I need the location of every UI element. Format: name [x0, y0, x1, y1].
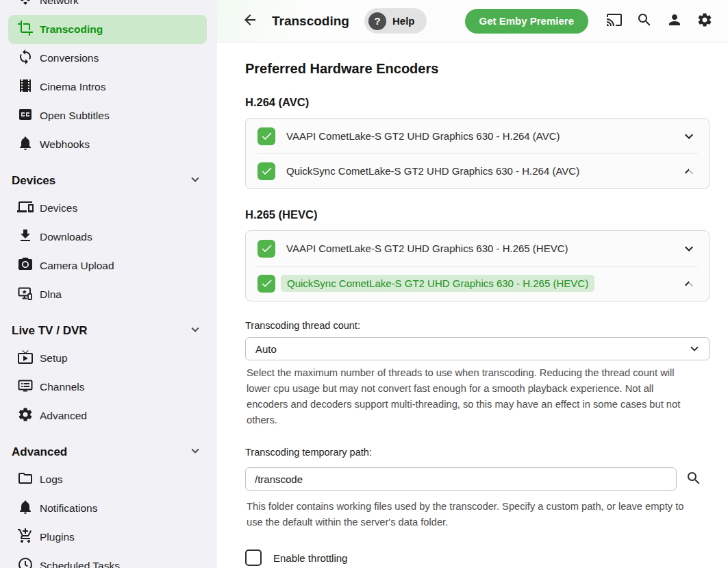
- gear-icon: [17, 406, 34, 425]
- section-label: Advanced: [12, 445, 67, 459]
- back-button[interactable]: [235, 6, 265, 36]
- encoder-label: QuickSync CometLake-S GT2 UHD Graphics 6…: [286, 165, 579, 177]
- sidebar-item-camera-upload[interactable]: Camera Upload: [8, 251, 207, 280]
- sidebar-item-label: Downloads: [40, 231, 92, 243]
- encoder-group-title-h265: H.265 (HEVC): [245, 208, 710, 221]
- transcode-icon: [17, 20, 34, 39]
- sidebar-item-label: Notifications: [40, 502, 97, 515]
- chevron-up-icon[interactable]: [681, 275, 697, 292]
- sidebar-item-label: Network: [40, 0, 79, 7]
- download-icon: [17, 227, 34, 247]
- settings-button[interactable]: [690, 6, 720, 36]
- sidebar-item-open-subtitles[interactable]: Open Subtitles: [8, 101, 207, 130]
- chevron-down-icon[interactable]: [681, 128, 697, 145]
- sidebar-item-downloads[interactable]: Downloads: [8, 223, 207, 251]
- encoder-group-title-h264: H.264 (AVC): [245, 96, 710, 109]
- sidebar: Network Transcoding Conversions Cinema I…: [0, 0, 217, 568]
- sidebar-item-plugins[interactable]: Plugins: [8, 523, 207, 552]
- back-arrow-icon: [242, 12, 258, 30]
- sidebar-item-label: Cinema Intros: [40, 81, 105, 93]
- sidebar-item-label: Logs: [40, 473, 63, 486]
- sidebar-section-devices[interactable]: Devices: [0, 168, 217, 194]
- closed-caption-icon: [17, 106, 34, 125]
- chevron-down-icon: [188, 322, 203, 341]
- help-button[interactable]: ? Help: [364, 8, 427, 34]
- help-label: Help: [392, 15, 415, 27]
- chevron-down-icon[interactable]: [681, 240, 697, 257]
- sidebar-item-webhooks[interactable]: Webhooks: [8, 130, 207, 159]
- encoder-row[interactable]: VAAPI CometLake-S GT2 UHD Graphics 630 -…: [246, 231, 709, 266]
- checkbox-checked[interactable]: [258, 162, 275, 180]
- sidebar-item-scheduled-tasks[interactable]: Scheduled Tasks: [8, 552, 207, 568]
- check-icon: [260, 129, 273, 143]
- sidebar-item-network[interactable]: Network: [8, 0, 207, 15]
- search-button[interactable]: [629, 6, 660, 36]
- encoder-card-h265: VAAPI CometLake-S GT2 UHD Graphics 630 -…: [245, 230, 710, 301]
- get-emby-premiere-button[interactable]: Get Emby Premiere: [465, 9, 588, 34]
- check-icon: [260, 277, 273, 290]
- live-tv-icon: [17, 349, 34, 368]
- top-header: Transcoding ? Help Get Emby Premiere: [217, 0, 728, 42]
- clock-icon: [17, 556, 34, 568]
- chevron-down-icon: [188, 443, 203, 462]
- folder-icon: [17, 470, 34, 489]
- cast-button[interactable]: [599, 6, 629, 36]
- sidebar-section-live-tv[interactable]: Live TV / DVR: [0, 318, 217, 344]
- sidebar-item-livetv-advanced[interactable]: Advanced: [8, 402, 207, 430]
- gear-icon: [696, 12, 713, 30]
- sidebar-item-label: Advanced: [40, 410, 87, 422]
- network-icon: [17, 0, 34, 10]
- thread-count-description: Select the maximum number of threads to …: [247, 365, 697, 428]
- sidebar-section-advanced[interactable]: Advanced: [0, 439, 217, 465]
- throttling-label: Enable throttling: [273, 552, 347, 564]
- sidebar-item-label: Plugins: [40, 531, 75, 543]
- user-button[interactable]: [660, 6, 690, 36]
- devices-icon: [17, 199, 34, 218]
- section-label: Live TV / DVR: [12, 324, 88, 338]
- channel-list-icon: [17, 378, 34, 397]
- encoder-row[interactable]: VAAPI CometLake-S GT2 UHD Graphics 630 -…: [246, 119, 709, 153]
- page-heading: Preferred Hardware Encoders: [245, 61, 710, 77]
- browse-path-button[interactable]: [679, 464, 709, 494]
- chevron-down-icon: [687, 341, 702, 356]
- content-area: Preferred Hardware Encoders H.264 (AVC) …: [217, 42, 728, 568]
- checkbox-unchecked[interactable]: [245, 550, 262, 566]
- search-icon: [636, 12, 653, 30]
- encoder-card-h264: VAAPI CometLake-S GT2 UHD Graphics 630 -…: [245, 118, 710, 189]
- temp-path-row: [245, 464, 710, 494]
- sidebar-item-label: Transcoding: [40, 23, 103, 36]
- sidebar-item-label: Webhooks: [40, 138, 90, 151]
- section-label: Devices: [12, 174, 55, 188]
- thread-count-value: Auto: [255, 343, 277, 355]
- checkbox-checked[interactable]: [258, 275, 275, 293]
- encoder-label: VAAPI CometLake-S GT2 UHD Graphics 630 -…: [286, 243, 568, 254]
- sidebar-item-conversions[interactable]: Conversions: [8, 44, 207, 73]
- sidebar-item-label: Setup: [40, 352, 68, 365]
- encoder-row[interactable]: QuickSync CometLake-S GT2 UHD Graphics 6…: [246, 153, 709, 188]
- temp-path-input[interactable]: [245, 467, 677, 491]
- page-title: Transcoding: [272, 14, 349, 29]
- film-icon: [17, 77, 34, 97]
- checkbox-checked[interactable]: [258, 127, 275, 145]
- sidebar-item-devices[interactable]: Devices: [8, 194, 207, 223]
- thread-count-select[interactable]: Auto: [245, 337, 710, 360]
- sidebar-item-setup[interactable]: Setup: [8, 344, 207, 373]
- checkbox-checked[interactable]: [258, 240, 275, 258]
- sidebar-item-label: Camera Upload: [40, 260, 114, 272]
- person-icon: [666, 12, 683, 30]
- sidebar-item-cinema-intros[interactable]: Cinema Intros: [8, 73, 207, 101]
- sidebar-item-transcoding[interactable]: Transcoding: [8, 15, 207, 44]
- sidebar-item-label: Channels: [40, 381, 85, 393]
- temp-path-description: This folder contains working files used …: [247, 499, 697, 530]
- sidebar-item-notifications[interactable]: Notifications: [8, 494, 207, 523]
- chevron-down-icon: [188, 172, 203, 190]
- sidebar-item-logs[interactable]: Logs: [8, 465, 207, 494]
- thread-count-label: Transcoding thread count:: [245, 320, 710, 331]
- encoder-row[interactable]: QuickSync CometLake-S GT2 UHD Graphics 6…: [246, 266, 709, 301]
- encoder-label-highlighted: QuickSync CometLake-S GT2 UHD Graphics 6…: [281, 275, 594, 292]
- help-icon: ?: [368, 12, 386, 30]
- chevron-up-icon[interactable]: [681, 163, 697, 180]
- sidebar-item-label: Open Subtitles: [40, 110, 110, 122]
- sidebar-item-channels[interactable]: Channels: [8, 373, 207, 402]
- sidebar-item-dlna[interactable]: Dlna: [8, 280, 207, 309]
